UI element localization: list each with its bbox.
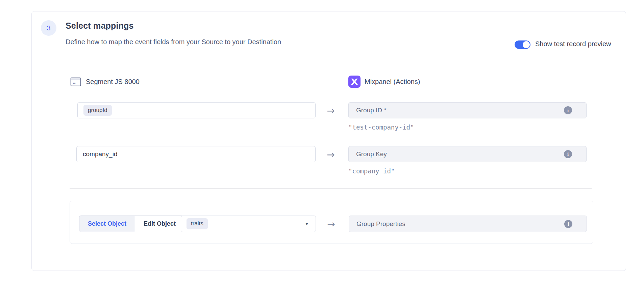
page: 3 Select mappings Define how to map the …	[0, 0, 644, 282]
source-field-input[interactable]: groupId	[77, 102, 316, 118]
show-test-record-toggle[interactable]	[515, 40, 530, 49]
destination-name: Mixpanel (Actions)	[365, 78, 420, 86]
step-number-badge: 3	[41, 20, 56, 36]
header-divider	[32, 56, 626, 56]
source-field-input[interactable]: company_id	[76, 146, 316, 162]
source-field-chip[interactable]: groupId	[83, 105, 112, 116]
page-title: Select mappings	[66, 21, 134, 31]
browser-js-icon: JS	[70, 76, 82, 88]
destination-field-label: Group ID *	[356, 103, 387, 118]
destination-field: Group Key i	[348, 146, 587, 162]
section-divider	[70, 188, 592, 189]
test-record-preview-value: "company_id"	[348, 167, 395, 175]
destination-field: Group ID * i	[348, 102, 587, 118]
arrow-right-icon: →	[321, 149, 341, 160]
caret-down-icon: ▼	[305, 222, 309, 226]
destination-field-label: Group Properties	[356, 216, 405, 232]
info-icon[interactable]: i	[564, 150, 572, 158]
object-select-dropdown[interactable]: traits ▼	[181, 216, 316, 232]
destination-column-header: Mixpanel (Actions)	[348, 76, 420, 88]
arrow-right-icon: →	[321, 219, 341, 230]
source-column-header: JS Segment JS 8000	[70, 76, 140, 88]
step-number: 3	[47, 24, 50, 32]
edit-object-button[interactable]: Edit Object	[135, 216, 184, 232]
select-mappings-card: 3 Select mappings Define how to map the …	[31, 11, 626, 271]
info-icon[interactable]: i	[564, 220, 572, 228]
source-name: Segment JS 8000	[86, 78, 140, 86]
object-mode-segmented-control: Select Object Edit Object	[79, 216, 184, 232]
source-field-text: company_id	[77, 150, 117, 158]
toggle-label: Show test record preview	[535, 40, 611, 48]
toggle-knob	[523, 41, 530, 48]
svg-text:JS: JS	[72, 82, 76, 85]
select-object-button[interactable]: Select Object	[79, 216, 135, 232]
selected-object-chip: traits	[187, 218, 208, 229]
page-subtitle: Define how to map the event fields from …	[66, 38, 281, 46]
test-record-preview-value: "test-company-id"	[348, 123, 414, 131]
mixpanel-icon	[348, 76, 361, 88]
info-icon[interactable]: i	[564, 106, 572, 114]
destination-field: Group Properties i	[349, 216, 587, 232]
destination-field-label: Group Key	[356, 146, 387, 162]
object-mapping-card: Select Object Edit Object traits ▼ → Gro…	[70, 201, 593, 244]
arrow-right-icon: →	[321, 105, 341, 116]
